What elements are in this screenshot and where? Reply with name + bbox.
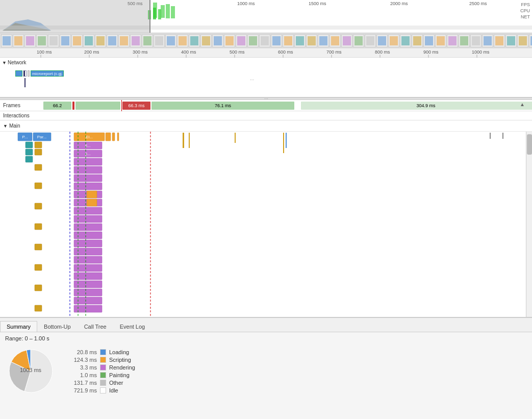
legend-loading-swatch — [100, 349, 106, 355]
legend-scripting-swatch — [100, 357, 106, 363]
svg-rect-53 — [87, 199, 97, 206]
svg-text:El...: El... — [86, 135, 93, 139]
network-label: ▼ Network — [2, 60, 27, 65]
screenshot-strip: // This will be populated dynamically — [0, 33, 532, 48]
cpu-label: CPU — [520, 8, 530, 13]
legend-idle-label: Idle — [109, 387, 118, 393]
frame-block-red-1 — [72, 102, 74, 110]
overview-ruler-1000: 1000 ms — [237, 1, 255, 6]
frames-row: Frames 66.2 66.3 ms 76.1 ms 304.9 ms ▲ — [0, 100, 532, 111]
svg-rect-65 — [35, 285, 42, 291]
svg-rect-60 — [35, 183, 42, 189]
interactions-label: Interactions — [0, 113, 41, 118]
summary-content: Range: 0 – 1.00 s 1003 ms — [0, 332, 532, 400]
main-label: Main — [9, 123, 20, 129]
network-section: ▼ Network microreport (c.gj.qq.co... ... — [0, 58, 532, 97]
svg-rect-55 — [26, 149, 33, 155]
tab-summary[interactable]: Summary — [0, 321, 37, 332]
svg-rect-2 — [166, 4, 170, 18]
svg-rect-54 — [26, 142, 33, 148]
svg-rect-67 — [183, 133, 184, 148]
legend-other: 131.7 ms Other — [66, 380, 135, 386]
legend-painting-label: Painting — [109, 372, 130, 378]
tabs-bar: Summary Bottom-Up Call Tree Event Log — [0, 318, 532, 332]
legend-scripting-label: Scripting — [109, 357, 131, 363]
svg-rect-64 — [35, 264, 42, 270]
interactions-row: Interactions — [0, 111, 532, 120]
svg-rect-59 — [35, 164, 42, 170]
legend-scripting: 124.3 ms Scripting — [66, 357, 135, 363]
overview-ruler-2500: 2500 ms — [469, 1, 487, 6]
frame-block-4: 76.1 ms — [151, 102, 294, 110]
pie-center-label: 1003 ms — [20, 367, 41, 373]
svg-rect-56 — [26, 156, 33, 162]
flame-graph[interactable]: P... Par... El... (l... (l... — [0, 132, 532, 321]
svg-rect-57 — [35, 142, 42, 148]
legend-rendering-label: Rendering — [109, 364, 135, 371]
tab-bottom-up[interactable]: Bottom-Up — [37, 321, 78, 332]
legend-loading-label: Loading — [109, 349, 129, 355]
tab-event-log[interactable]: Event Log — [113, 321, 152, 332]
legend: 20.8 ms Loading 124.3 ms Scripting 3.3 m… — [66, 349, 135, 393]
svg-rect-68 — [189, 133, 190, 148]
legend-other-swatch — [100, 380, 106, 386]
overview-panel: 500 ms 1000 ms 1500 ms 2000 ms 2500 ms 3… — [0, 0, 532, 33]
network-request-label: microreport (c.gj.qq.co... — [32, 71, 62, 76]
legend-other-label: Other — [109, 380, 123, 386]
legend-rendering-swatch — [100, 364, 106, 371]
svg-rect-72 — [490, 133, 491, 139]
overview-ruler-2000: 2000 ms — [390, 1, 408, 6]
legend-rendering-value: 3.3 ms — [66, 364, 97, 371]
summary-body: 1003 ms 20.8 ms Loading 124.3 ms Scripti… — [5, 346, 527, 397]
overview-ruler-1500: 1500 ms — [309, 1, 326, 6]
legend-scripting-value: 124.3 ms — [66, 357, 97, 363]
timeline-ruler: 100 ms 200 ms 300 ms 400 ms 500 ms 600 m… — [0, 48, 532, 58]
svg-rect-70 — [283, 133, 284, 153]
svg-rect-61 — [35, 203, 42, 209]
legend-idle-value: 721.9 ms — [66, 387, 97, 393]
legend-loading-value: 20.8 ms — [66, 349, 97, 355]
svg-text:P...: P... — [22, 135, 28, 139]
svg-rect-73 — [502, 133, 503, 139]
legend-other-value: 131.7 ms — [66, 380, 97, 386]
svg-rect-27 — [112, 133, 115, 141]
legend-rendering: 3.3 ms Rendering — [66, 364, 135, 371]
svg-rect-28 — [117, 133, 119, 141]
vertical-scrollbar[interactable] — [526, 132, 532, 321]
svg-text:Par...: Par... — [37, 135, 47, 139]
svg-rect-3 — [171, 6, 175, 18]
svg-rect-63 — [35, 244, 42, 250]
frame-block-5: 304.9 ms — [301, 102, 532, 110]
tab-call-tree[interactable]: Call Tree — [78, 321, 113, 332]
legend-idle: 721.9 ms Idle — [66, 387, 135, 393]
svg-rect-26 — [106, 133, 111, 141]
svg-rect-62 — [35, 224, 42, 230]
main-label-row: ▼ Main — [0, 120, 532, 132]
svg-rect-7 — [153, 8, 156, 19]
svg-rect-52 — [87, 191, 97, 198]
frame-block-3: 66.3 ms — [122, 102, 150, 110]
svg-rect-71 — [286, 133, 287, 148]
legend-idle-swatch — [100, 387, 106, 393]
net-label: NET — [520, 14, 530, 19]
svg-rect-1 — [161, 5, 165, 18]
svg-rect-58 — [35, 149, 42, 155]
legend-painting-value: 1.0 ms — [66, 372, 97, 378]
legend-painting: 1.0 ms Painting — [66, 372, 135, 378]
legend-painting-swatch — [100, 372, 106, 378]
frame-block-2 — [75, 102, 120, 110]
frame-block-1: 66.2 — [43, 102, 71, 110]
svg-rect-8 — [158, 9, 161, 19]
range-label: Range: 0 – 1.00 s — [5, 335, 527, 341]
frames-label: Frames — [0, 100, 41, 111]
svg-rect-69 — [235, 133, 236, 143]
pie-chart: 1003 ms — [5, 346, 56, 397]
timeline-area: 100 ms 200 ms 300 ms 400 ms 500 ms 600 m… — [0, 48, 532, 362]
bottom-panel: Summary Bottom-Up Call Tree Event Log Ra… — [0, 317, 532, 419]
fps-label: FPS — [520, 2, 530, 7]
svg-rect-66 — [35, 305, 42, 311]
fps-cpu-net-labels: FPS CPU NET — [520, 2, 530, 19]
legend-loading: 20.8 ms Loading — [66, 349, 135, 355]
